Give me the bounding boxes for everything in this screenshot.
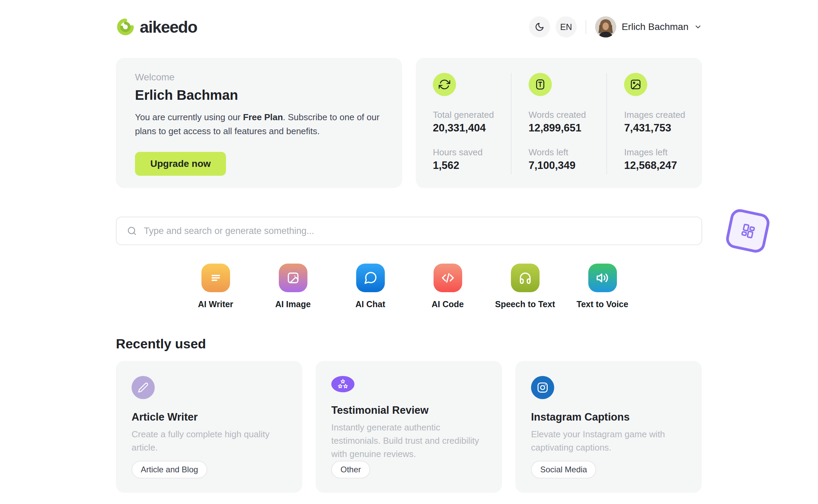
card-description: Elevate your Instagram game with captiva… bbox=[531, 428, 686, 454]
hero-row: Welcome Erlich Bachman You are currently… bbox=[116, 58, 702, 188]
tool-ai-code[interactable]: AI Code bbox=[409, 264, 486, 309]
header-actions: EN Erlich Bachman bbox=[529, 16, 702, 37]
tool-label: AI Image bbox=[275, 299, 310, 309]
card-instagram-captions[interactable]: Instagram Captions Elevate your Instagra… bbox=[515, 361, 702, 493]
search-input[interactable] bbox=[144, 226, 691, 236]
stat-value: 12,568,247 bbox=[624, 159, 702, 172]
recently-used-cards: Article Writer Create a fully complete h… bbox=[116, 361, 702, 493]
tool-speech-to-text[interactable]: Speech to Text bbox=[486, 264, 564, 309]
stat-value: 7,100,349 bbox=[529, 159, 607, 172]
brand-swirl-icon bbox=[116, 17, 135, 36]
stat-label: Images left bbox=[624, 147, 702, 157]
image-icon bbox=[624, 73, 647, 96]
header-divider bbox=[586, 20, 586, 34]
tool-label: Speech to Text bbox=[495, 299, 555, 309]
tool-ai-chat[interactable]: AI Chat bbox=[332, 264, 409, 309]
stat-column-words: Words created 12,899,651 Words left 7,10… bbox=[511, 73, 607, 174]
stars-icon bbox=[331, 376, 354, 392]
stat-value: 20,331,404 bbox=[433, 122, 511, 134]
user-menu[interactable]: Erlich Bachman bbox=[595, 16, 702, 37]
pencil-icon bbox=[132, 376, 155, 399]
stat-value: 7,431,753 bbox=[624, 122, 702, 134]
welcome-eyebrow: Welcome bbox=[135, 72, 383, 83]
dashboard-grid-sticker bbox=[724, 207, 771, 254]
tag-row: Social Media bbox=[531, 461, 686, 478]
stat-label: Hours saved bbox=[433, 147, 511, 157]
stat-label: Images created bbox=[624, 110, 702, 120]
tool-label: AI Writer bbox=[198, 299, 233, 309]
locale-button[interactable]: EN bbox=[556, 16, 577, 37]
chat-icon bbox=[356, 264, 385, 292]
stat-column-generated: Total generated 20,331,404 Hours saved 1… bbox=[416, 73, 511, 174]
tag-row: Other bbox=[331, 461, 486, 478]
card-description: Instantly generate authentic testimonial… bbox=[331, 421, 486, 461]
stats-card: Total generated 20,331,404 Hours saved 1… bbox=[416, 58, 702, 188]
image-icon bbox=[279, 264, 307, 292]
upgrade-button[interactable]: Upgrade now bbox=[135, 152, 226, 176]
plan-name: Free Plan bbox=[243, 112, 283, 122]
brand-name: aikeedo bbox=[140, 18, 197, 36]
search-icon bbox=[127, 226, 137, 236]
dark-mode-button[interactable] bbox=[529, 16, 550, 37]
category-tag: Social Media bbox=[531, 461, 596, 478]
code-icon bbox=[434, 264, 462, 292]
welcome-card: Welcome Erlich Bachman You are currently… bbox=[116, 58, 402, 188]
stat-value: 1,562 bbox=[433, 159, 511, 172]
stat-label: Words left bbox=[529, 147, 607, 157]
writer-icon bbox=[201, 264, 230, 292]
text-icon bbox=[529, 73, 552, 96]
tool-ai-image[interactable]: AI Image bbox=[254, 264, 332, 309]
search-bar bbox=[116, 217, 702, 245]
card-description: Create a fully complete high quality art… bbox=[132, 428, 287, 454]
refresh-icon bbox=[433, 73, 456, 96]
stat-value: 12,899,651 bbox=[529, 122, 607, 134]
brand-logo[interactable]: aikeedo bbox=[116, 17, 197, 36]
card-title: Article Writer bbox=[132, 411, 287, 424]
tool-label: AI Chat bbox=[355, 299, 385, 309]
category-tag: Other bbox=[331, 461, 370, 478]
instagram-icon bbox=[531, 376, 554, 399]
chevron-down-icon bbox=[694, 23, 702, 31]
tag-row: Article and Blog bbox=[132, 461, 287, 478]
moon-icon bbox=[535, 22, 544, 32]
page-container: aikeedo EN bbox=[116, 0, 702, 493]
grid-icon bbox=[736, 219, 760, 243]
user-name: Erlich Bachman bbox=[622, 21, 688, 32]
stat-column-images: Images created 7,431,753 Images left 12,… bbox=[606, 73, 702, 174]
card-article-writer[interactable]: Article Writer Create a fully complete h… bbox=[116, 361, 302, 493]
avatar bbox=[595, 16, 616, 37]
tool-label: AI Code bbox=[431, 299, 464, 309]
tool-text-to-voice[interactable]: Text to Voice bbox=[564, 264, 641, 309]
tool-ai-writer[interactable]: AI Writer bbox=[177, 264, 254, 309]
speaker-icon bbox=[588, 264, 617, 292]
recently-used-title: Recently used bbox=[116, 336, 702, 351]
tool-label: Text to Voice bbox=[577, 299, 628, 309]
plan-description: You are currently using our Free Plan. S… bbox=[135, 110, 383, 138]
card-title: Instagram Captions bbox=[531, 411, 686, 424]
welcome-user-name: Erlich Bachman bbox=[135, 87, 383, 103]
tools-row: AI Writer AI Image AI Chat bbox=[116, 264, 702, 309]
header: aikeedo EN bbox=[116, 16, 702, 37]
headphones-icon bbox=[511, 264, 540, 292]
stat-label: Total generated bbox=[433, 110, 511, 120]
stat-label: Words created bbox=[529, 110, 607, 120]
card-title: Testimonial Review bbox=[331, 404, 486, 417]
card-testimonial-review[interactable]: Testimonial Review Instantly generate au… bbox=[316, 361, 502, 493]
category-tag: Article and Blog bbox=[132, 461, 207, 478]
